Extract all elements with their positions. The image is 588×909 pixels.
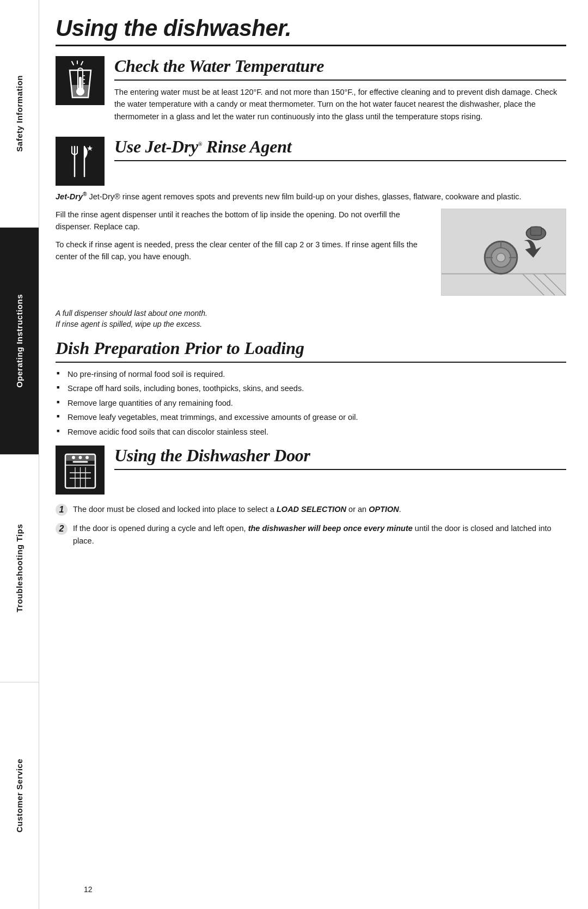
page-number: 12 <box>84 885 93 894</box>
step-2-text: If the door is opened during a cycle and… <box>73 522 566 547</box>
water-temp-icon <box>56 56 105 105</box>
water-temp-divider <box>114 80 566 81</box>
svg-rect-5 <box>79 77 82 91</box>
list-item: Scrape off hard soils, including bones, … <box>56 382 566 394</box>
sidebar-label-customer-service: Customer Service <box>15 759 24 833</box>
step-number-1: 1 <box>56 504 68 516</box>
water-temp-header: Check the Water Temperature The entering… <box>114 56 566 128</box>
rinse-agent-intro: Jet-Dry® Jet-Dry® rinse agent removes sp… <box>56 190 566 203</box>
svg-point-18 <box>497 253 505 262</box>
svg-line-0 <box>72 62 74 65</box>
rinse-agent-section: Use Jet-Dry® Rinse Agent <box>56 137 566 186</box>
sidebar-label-troubleshooting: Troubleshooting Tips <box>15 524 24 612</box>
list-item: No pre-rinsing of normal food soil is re… <box>56 368 566 380</box>
list-item: Remove leafy vegetables, meat trimmings,… <box>56 411 566 423</box>
rinse-agent-divider <box>114 160 566 161</box>
option-label: OPTION <box>369 505 399 514</box>
rinse-content: Jet-Dry® Jet-Dry® rinse agent removes sp… <box>56 190 566 300</box>
load-selection-label: LOAD SELECTION <box>277 505 346 514</box>
door-header: Using the Dishwasher Door <box>114 446 566 475</box>
list-item: Remove large quantities of any remaining… <box>56 397 566 409</box>
sidebar-label-operating: Operating Instructions <box>15 294 24 388</box>
svg-point-31 <box>72 456 75 459</box>
main-content: Using the dishwasher. <box>39 0 588 909</box>
door-icon <box>56 446 105 495</box>
rinse-agent-heading: Use Jet-Dry® Rinse Agent <box>114 137 566 157</box>
title-divider <box>56 45 566 46</box>
beep-notice: the dishwasher will beep once every minu… <box>248 524 413 533</box>
dish-prep-section: Dish Preparation Prior to Loading No pre… <box>56 338 566 438</box>
rinse-note2: If rinse agent is spilled, wipe up the e… <box>56 320 566 328</box>
jet-dry-brand: Jet-Dry® <box>56 192 87 201</box>
sidebar-label-safety: Safety Information <box>15 75 24 152</box>
water-temp-body: The entering water must be at least 120°… <box>114 86 566 123</box>
sidebar-section-operating[interactable]: Operating Instructions <box>0 228 39 455</box>
list-item: Remove acidic food soils that can discol… <box>56 426 566 438</box>
door-divider <box>114 469 566 470</box>
door-step-2: 2 If the door is opened during a cycle a… <box>56 522 566 547</box>
door-steps: 1 The door must be closed and locked int… <box>56 503 566 547</box>
door-section: Using the Dishwasher Door <box>56 446 566 495</box>
water-temp-heading: Check the Water Temperature <box>114 56 566 76</box>
water-temp-section: Check the Water Temperature The entering… <box>56 56 566 128</box>
svg-point-32 <box>78 456 82 459</box>
page-title: Using the dishwasher. <box>56 15 566 41</box>
sidebar-section-safety[interactable]: Safety Information <box>0 0 39 228</box>
door-heading: Using the Dishwasher Door <box>114 446 566 466</box>
rinse-agent-icon <box>56 137 105 186</box>
door-step-1: 1 The door must be closed and locked int… <box>56 503 566 516</box>
sidebar: Safety Information Operating Instruction… <box>0 0 39 909</box>
rinse-note1: A full dispenser should last about one m… <box>56 309 566 318</box>
dish-prep-list: No pre-rinsing of normal food soil is re… <box>56 368 566 438</box>
sidebar-section-troubleshooting[interactable]: Troubleshooting Tips <box>0 455 39 682</box>
svg-point-33 <box>85 456 89 459</box>
svg-rect-20 <box>531 227 542 235</box>
dish-prep-divider <box>56 362 566 363</box>
sidebar-section-customer-service[interactable]: Customer Service <box>0 682 39 910</box>
svg-line-2 <box>81 62 83 65</box>
step-1-text: The door must be closed and locked into … <box>73 503 566 515</box>
dish-prep-heading: Dish Preparation Prior to Loading <box>56 338 566 358</box>
step-number-2: 2 <box>56 523 68 535</box>
rinse-agent-image <box>441 209 566 296</box>
rinse-agent-header: Use Jet-Dry® Rinse Agent <box>114 137 566 167</box>
